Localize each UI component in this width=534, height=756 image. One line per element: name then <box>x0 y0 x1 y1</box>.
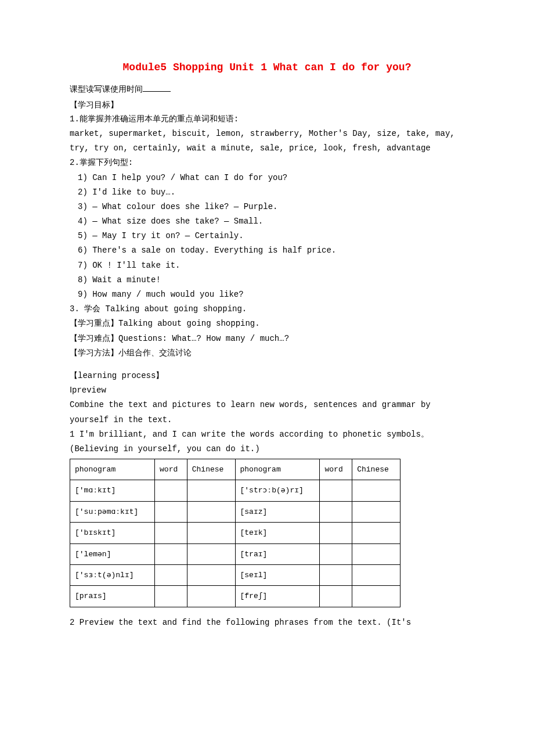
cell-word[interactable] <box>320 543 352 564</box>
vocab-list: market, supermarket, biscuit, lemon, str… <box>70 127 464 156</box>
difficulty-text: Questions: What…? How many / much…? <box>118 334 289 343</box>
blank-field[interactable] <box>143 83 171 92</box>
cell-chinese[interactable] <box>352 480 400 501</box>
goal-3: 3. 学会 Talking about going shopping. <box>70 302 464 316</box>
cell-chinese[interactable] <box>352 543 400 564</box>
cell-phonogram: ['lemən] <box>70 543 155 564</box>
table-row: ['lemən] [traɪ] <box>70 543 400 564</box>
preview-label: Ⅰpreview <box>70 383 464 398</box>
table-row: ['suːpəmɑːkɪt] [saɪz] <box>70 501 400 522</box>
cell-word[interactable] <box>155 523 187 543</box>
preview-text: Combine the text and pictures to learn n… <box>70 398 464 427</box>
pattern-6: 6) There's a sale on today. Everything i… <box>78 243 464 258</box>
col-phonogram-2: phonogram <box>235 459 320 480</box>
cell-word[interactable] <box>320 480 352 501</box>
pattern-2: 2) I'd like to buy…. <box>78 185 464 200</box>
exercise-1-text: 1 I'm brilliant, and I can write the wor… <box>70 427 464 456</box>
pattern-7: 7) OK ! I'll take it. <box>78 258 464 273</box>
focus-line: 【学习重点】Talking about going shopping. <box>70 316 464 331</box>
cell-chinese[interactable] <box>187 586 235 607</box>
method-label: 【学习方法】 <box>70 348 118 358</box>
cell-phonogram: [traɪ] <box>235 543 320 564</box>
cell-phonogram: ['mɑːkɪt] <box>70 480 155 501</box>
pattern-8: 8) Wait a minute! <box>78 273 464 287</box>
section-goals-title: 【学习目标】 <box>70 98 464 112</box>
cell-word[interactable] <box>155 586 187 607</box>
subtitle-text: 课型读写课使用时间 <box>70 85 143 94</box>
cell-word[interactable] <box>155 543 187 564</box>
cell-phonogram: [teɪk] <box>235 523 320 543</box>
pattern-1: 1) Can I help you? / What can I do for y… <box>78 171 464 185</box>
table-header-row: phonogram word Chinese phonogram word Ch… <box>70 459 400 480</box>
cell-phonogram: ['sɜːt(ə)nlɪ] <box>70 565 155 586</box>
cell-chinese[interactable] <box>187 501 235 522</box>
col-phonogram-1: phonogram <box>70 459 155 480</box>
cell-chinese[interactable] <box>187 543 235 564</box>
method-line: 【学习方法】小组合作、交流讨论 <box>70 346 464 361</box>
cell-word[interactable] <box>320 565 352 586</box>
exercise-2-text: 2 Preview the text and find the followin… <box>70 615 464 630</box>
cell-phonogram: [saɪz] <box>235 501 320 522</box>
table-row: ['bɪskɪt] [teɪk] <box>70 523 400 543</box>
cell-chinese[interactable] <box>352 523 400 543</box>
col-word-1: word <box>155 459 187 480</box>
method-text: 小组合作、交流讨论 <box>118 348 192 358</box>
cell-chinese[interactable] <box>352 586 400 607</box>
pattern-3: 3) — What colour does she like? — Purple… <box>78 200 464 214</box>
focus-label: 【学习重点】 <box>70 319 118 328</box>
pattern-4: 4) — What size does she take? — Small. <box>78 214 464 229</box>
cell-chinese[interactable] <box>187 523 235 543</box>
table-row: [praɪs] [freʃ] <box>70 586 400 607</box>
cell-phonogram: [freʃ] <box>235 586 320 607</box>
table-row: ['sɜːt(ə)nlɪ] [seɪl] <box>70 565 400 586</box>
cell-word[interactable] <box>155 501 187 522</box>
col-chinese-1: Chinese <box>187 459 235 480</box>
cell-phonogram: ['bɪskɪt] <box>70 523 155 543</box>
pattern-5: 5) — May I try it on? — Certainly. <box>78 229 464 243</box>
goal-1: 1.能掌握并准确运用本单元的重点单词和短语: <box>70 112 464 127</box>
cell-chinese[interactable] <box>187 565 235 586</box>
focus-text: Talking about going shopping. <box>118 319 260 328</box>
page-title: Module5 Shopping Unit 1 What can I do fo… <box>70 58 464 77</box>
pattern-9: 9) How many / much would you like? <box>78 287 464 302</box>
cell-chinese[interactable] <box>352 565 400 586</box>
cell-word[interactable] <box>320 501 352 522</box>
cell-word[interactable] <box>155 565 187 586</box>
cell-phonogram: ['suːpəmɑːkɪt] <box>70 501 155 522</box>
cell-chinese[interactable] <box>352 501 400 522</box>
cell-word[interactable] <box>155 480 187 501</box>
difficulty-line: 【学习难点】Questions: What…? How many / much…… <box>70 332 464 346</box>
cell-phonogram: [seɪl] <box>235 565 320 586</box>
table-row: ['mɑːkɪt] ['strɔːb(ə)rɪ] <box>70 480 400 501</box>
subtitle-line: 课型读写课使用时间 <box>70 82 464 97</box>
phonogram-table: phonogram word Chinese phonogram word Ch… <box>70 459 400 607</box>
cell-phonogram: ['strɔːb(ə)rɪ] <box>235 480 320 501</box>
difficulty-label: 【学习难点】 <box>70 334 118 343</box>
goal-2: 2.掌握下列句型: <box>70 156 464 170</box>
col-chinese-2: Chinese <box>352 459 400 480</box>
cell-phonogram: [praɪs] <box>70 586 155 607</box>
cell-word[interactable] <box>320 586 352 607</box>
cell-word[interactable] <box>320 523 352 543</box>
process-label: 【learning process】 <box>70 369 464 383</box>
cell-chinese[interactable] <box>187 480 235 501</box>
col-word-2: word <box>320 459 352 480</box>
